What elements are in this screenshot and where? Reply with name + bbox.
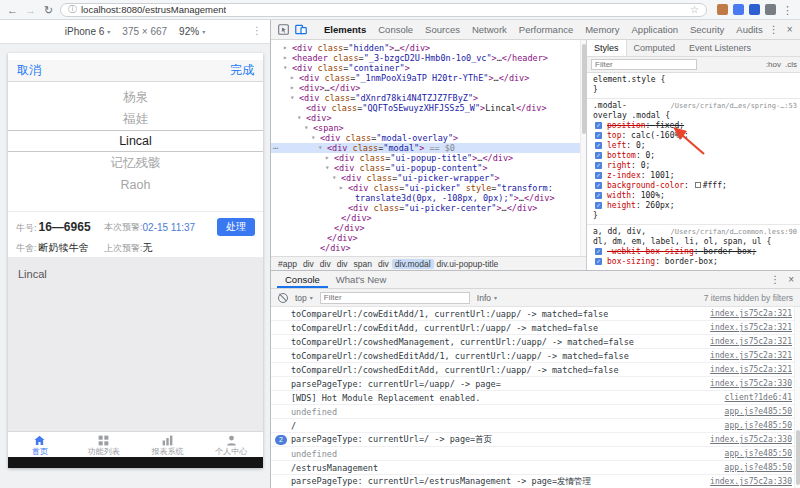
source-location-link[interactable]: index.js75c2a:321 [700, 365, 792, 374]
property-checkbox-icon[interactable]: ✓ [595, 142, 602, 149]
property-checkbox-icon[interactable]: ✓ [595, 162, 602, 169]
elements-tree-row[interactable]: ▾<div class="modal-overlay"> [271, 133, 586, 143]
twisty-icon[interactable]: ▾ [283, 63, 288, 73]
zoom-select[interactable]: 92% ▾ [179, 26, 205, 37]
source-location-link[interactable]: app.js?e485:50 [715, 463, 792, 472]
console-message-row[interactable]: toCompareUrl:/cowshedEditAdd, currentUrl… [271, 363, 800, 377]
clear-console-icon[interactable] [278, 293, 288, 303]
tabbar-item-report[interactable]: 报表系统 [136, 432, 200, 457]
twisty-icon[interactable]: ▾ [290, 93, 295, 103]
extension-icon[interactable] [765, 4, 776, 15]
tab-security[interactable]: Security [684, 20, 730, 39]
source-location-link[interactable]: client?1de6:41 [715, 393, 792, 402]
tabbar-item-user[interactable]: 个人中心 [199, 432, 263, 457]
source-location-link[interactable]: app.js?e485:50 [715, 449, 792, 458]
tabbar-item-home[interactable]: 首页 [8, 432, 72, 457]
elements-tree-row[interactable]: <div class="ui-picker-center">…</div> [271, 203, 586, 213]
console-tab-what-s-new[interactable]: What's New [328, 271, 394, 288]
device-select[interactable]: iPhone 6 ▾ [65, 26, 111, 37]
tab-application[interactable]: Application [626, 20, 684, 39]
forward-icon[interactable]: → [24, 1, 37, 19]
elements-tree-row[interactable]: ▾<div> [271, 113, 586, 123]
property-checkbox-icon[interactable]: ✓ [595, 152, 602, 159]
sidebar-tab-event-listeners[interactable]: Event Listeners [682, 40, 758, 56]
elements-tree-row[interactable]: <div class="QQFToSEwuyzXHFJSSz5_W">Linca… [271, 103, 586, 113]
elements-tree-row[interactable]: ▾<div class="dXnrd78ki4N4TZJZ7FByZ"> [271, 93, 586, 103]
twisty-icon[interactable]: ▾ [311, 133, 316, 143]
tab-memory[interactable]: Memory [579, 20, 625, 39]
property-checkbox-icon[interactable]: ✓ [595, 182, 602, 189]
console-message-row[interactable]: toCompareUrl:/cowEditAdd/1, currentUrl:/… [271, 307, 800, 321]
breadcrumb-item[interactable]: span [351, 259, 375, 269]
elements-tree-row[interactable]: ▾<div class="ui-popup-content"> [271, 163, 586, 173]
browser-menu-icon[interactable]: ⋮ [781, 1, 794, 19]
drawer-close-icon[interactable]: × [788, 274, 794, 285]
console-message-row[interactable]: /estrusManagementapp.js?e485:50 [271, 461, 800, 475]
elements-tree-row[interactable]: </div> [271, 213, 586, 223]
source-location-link[interactable]: index.js75c2a:321 [700, 309, 792, 318]
console-message-row[interactable]: 2parsePageType: currentUrl=/ -> page=首页i… [271, 433, 800, 447]
console-message-row[interactable]: toCompareUrl:/cowEditAdd, currentUrl:/ua… [271, 321, 800, 335]
source-location-link[interactable]: index.js75c2a:330 [700, 435, 792, 444]
elements-tree-row[interactable]: ▾<span> [271, 123, 586, 133]
twisty-icon[interactable]: ▸ [325, 153, 330, 163]
elements-tree-row[interactable]: ▸<div class="hidden">…</div> [271, 43, 586, 53]
address-bar[interactable]: ⓘ localhost:8080/estrusManagement ☆ [60, 3, 707, 17]
picker-option[interactable]: Raoh [8, 174, 263, 196]
tabbar-item-grid[interactable]: 功能列表 [72, 432, 136, 457]
tab-audits[interactable]: Audits [730, 20, 768, 39]
more-actions-icon[interactable]: ⋯ [273, 143, 278, 153]
twisty-icon[interactable]: ▸ [283, 53, 288, 63]
elements-tree-row[interactable]: ▸<div class="ui-popup-title">…</div> [271, 153, 586, 163]
picker-done-button[interactable]: 完成 [230, 62, 254, 79]
devtools-menu-icon[interactable]: ⋮ [769, 24, 779, 35]
elements-tree-row[interactable]: ▾⋯<div class="modal"> == $0 [271, 143, 586, 153]
source-location-link[interactable]: app.js?e485:50 [715, 421, 792, 430]
property-checkbox-icon[interactable]: ✓ [595, 122, 602, 129]
console-scrollbar[interactable] [794, 307, 800, 488]
source-location-link[interactable]: index.js75c2a:321 [700, 323, 792, 332]
tab-network[interactable]: Network [466, 20, 513, 39]
twisty-icon[interactable]: ▸ [339, 183, 344, 193]
twisty-icon[interactable]: ▾ [304, 123, 309, 133]
console-filter-input[interactable] [320, 292, 470, 304]
picker-option[interactable]: 福娃 [8, 108, 263, 130]
console-message-row[interactable]: toCompareUrl:/cowshedManagement, current… [271, 335, 800, 349]
drawer-menu-icon[interactable]: ⋮ [770, 274, 780, 285]
breadcrumb-item[interactable]: div [375, 259, 392, 269]
property-checkbox-icon[interactable]: ✓ [595, 258, 602, 265]
elements-tree-row[interactable]: translate3d(0px, -108px, 0px);">…</div> [271, 193, 586, 203]
page-info-icon[interactable]: ⓘ [68, 3, 77, 16]
elements-tree-row[interactable]: </div> [271, 233, 586, 243]
sidebar-tab-computed[interactable]: Computed [627, 40, 683, 56]
breadcrumb-item[interactable]: #app [275, 259, 300, 269]
source-location-link[interactable]: app.js?e485:50 [715, 407, 792, 416]
device-toggle-icon[interactable] [295, 24, 307, 35]
sidebar-tab-styles[interactable]: Styles [587, 40, 627, 56]
bookmark-star-icon[interactable]: ☆ [690, 4, 699, 15]
twisty-icon[interactable]: ▸ [290, 83, 295, 93]
breadcrumb-item[interactable]: div [317, 259, 334, 269]
source-location-link[interactable]: index.js75c2a:321 [700, 351, 792, 360]
source-location-link[interactable]: index.js75c2a:321 [700, 337, 792, 346]
elements-tree-row[interactable]: ▸<div>…</div> [271, 83, 586, 93]
elements-tree-row[interactable]: ▸<header class="_3-bzgcD2U-Hmb0n-1o0_vc"… [271, 53, 586, 63]
property-checkbox-icon[interactable]: ✓ [595, 202, 602, 209]
elements-tree-row[interactable]: </div> [271, 243, 586, 253]
property-checkbox-icon[interactable]: ✓ [595, 248, 602, 255]
picker-option[interactable]: 杨泉 [8, 86, 263, 108]
elements-tree-row[interactable]: ▸<div class="_1nmPooXi9aTP H20tr-YThE">…… [271, 73, 586, 83]
picker-option[interactable]: Lincal [8, 130, 263, 152]
tab-elements[interactable]: Elements [318, 20, 372, 39]
pseudo-state-toggle[interactable]: :hov [766, 60, 781, 69]
back-icon[interactable]: ← [6, 1, 19, 19]
elements-tree-row[interactable]: </div> [271, 223, 586, 233]
stylesheet-link[interactable]: /Users/crifan/d…common.less:90 [671, 227, 797, 237]
tab-performance[interactable]: Performance [513, 20, 579, 39]
source-location-link[interactable]: index.js75c2a:330 [700, 379, 792, 388]
console-message-row[interactable]: toCompareUrl:/cowshedEditAdd/1, currentU… [271, 349, 800, 363]
console-message-row[interactable]: [WDS] Hot Module Replacement enabled.cli… [271, 391, 800, 405]
twisty-icon[interactable]: ▾ [297, 113, 302, 123]
inspect-element-icon[interactable] [278, 24, 289, 35]
extension-icon[interactable] [717, 4, 728, 15]
